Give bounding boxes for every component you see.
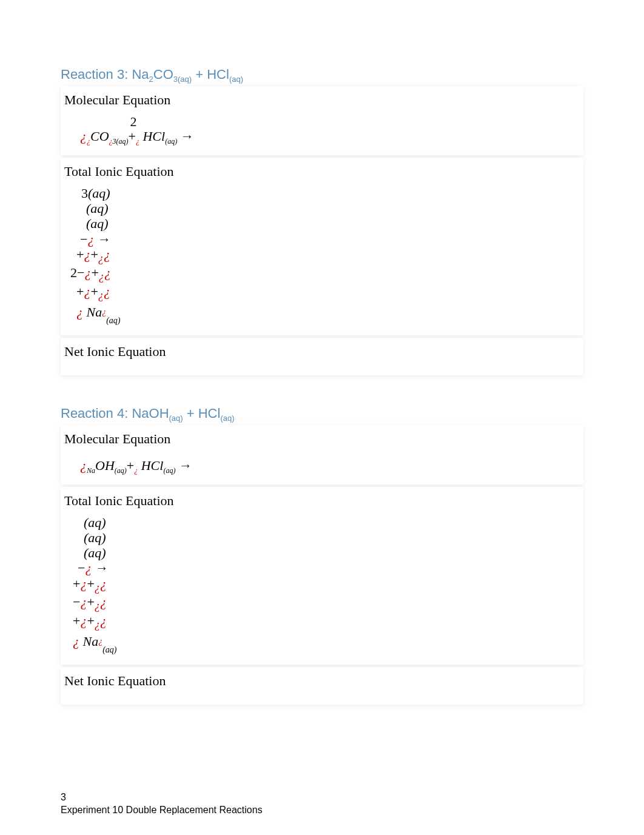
text: (aq) (106, 316, 120, 325)
equation-sub: (aq) (165, 138, 177, 146)
net-ionic-box: Net Ionic Equation (61, 667, 583, 705)
placeholder-glyph: ¿ (98, 289, 104, 301)
reaction-4-block: Reaction 4: NaOH(aq) + HCl(aq) Molecular… (61, 406, 583, 705)
footer-title: Experiment 10 Double Replacement Reactio… (61, 804, 263, 817)
text: + (76, 247, 84, 262)
heading-sub: 2 (149, 75, 153, 84)
heading-text: Reaction 4: NaOH (61, 406, 169, 421)
placeholder-glyph: ¿ (84, 247, 90, 262)
arrow: → (177, 129, 194, 144)
equation-sub: Na (87, 467, 95, 475)
text: (aq) (84, 515, 106, 530)
text: + (91, 265, 98, 280)
arrow: → (175, 458, 192, 473)
text: Na (83, 305, 102, 320)
placeholder-glyph: ¿ (85, 560, 92, 575)
placeholder-glyph: ¿ (80, 576, 87, 591)
placeholder-glyph: ¿ (100, 594, 107, 609)
total-ionic-label: Total Ionic Equation (63, 164, 581, 179)
placeholder-glyph: ¿ (80, 458, 87, 473)
text: (aq) (86, 216, 109, 231)
page-footer: 3 Experiment 10 Double Replacement React… (61, 791, 263, 817)
text: + (87, 576, 94, 591)
molecular-equation-box: Molecular Equation 2 ¿¿CO¿3(aq)+¿ HCl(aq… (61, 86, 583, 155)
text: (aq) (86, 201, 109, 216)
placeholder-glyph: ¿ (104, 265, 111, 280)
net-ionic-label: Net Ionic Equation (63, 673, 581, 689)
heading-text: CO (153, 67, 173, 82)
arrow: → (94, 232, 111, 247)
text: − (78, 560, 85, 575)
placeholder-glyph: ¿ (80, 613, 87, 628)
total-ionic-label: Total Ionic Equation (63, 493, 581, 509)
reaction-3-heading: Reaction 3: Na2CO3(aq) + HCl(aq) (61, 67, 583, 84)
equation-text: HCl (138, 458, 163, 473)
text: + (76, 284, 84, 299)
heading-sub: (aq) (220, 414, 234, 423)
placeholder-glyph: ¿ (80, 594, 87, 609)
reaction-4-heading: Reaction 4: NaOH(aq) + HCl(aq) (61, 406, 583, 423)
placeholder-glyph: ¿ (99, 271, 104, 283)
plus-sign: + (129, 129, 136, 144)
heading-text: + HCl (183, 406, 221, 421)
molecular-label: Molecular Equation (63, 92, 581, 108)
placeholder-glyph: ¿ (84, 284, 90, 299)
placeholder-glyph: ¿ (80, 129, 87, 144)
document-page: Reaction 3: Na2CO3(aq) + HCl(aq) Molecul… (0, 0, 644, 835)
total-ionic-equation: (aq) (aq) (aq) −¿ → +¿+¿¿ −¿+¿¿ +¿+¿¿ ¿ … (63, 515, 581, 655)
heading-sub: (aq) (169, 414, 183, 423)
text: (aq) (84, 530, 106, 545)
placeholder-glyph: ¿ (100, 576, 107, 591)
text: + (90, 247, 98, 262)
text: (aq) (102, 645, 116, 654)
equation-sub: (aq) (115, 467, 127, 475)
text: − (80, 232, 87, 247)
plus-sign: + (127, 458, 134, 473)
total-ionic-box: Total Ionic Equation 3(aq) (aq) (aq) −¿ … (61, 158, 583, 335)
placeholder-glyph: ¿ (84, 265, 91, 280)
equation-text: OH (95, 458, 115, 473)
placeholder-glyph: ¿ (95, 600, 100, 612)
equation-sub: (aq) (163, 467, 175, 475)
heading-sub: (aq) (229, 75, 243, 84)
text: + (87, 594, 94, 609)
text: + (73, 576, 80, 591)
text: 2− (70, 265, 84, 280)
total-ionic-box: Total Ionic Equation (aq) (aq) (aq) −¿ →… (61, 487, 583, 665)
placeholder-glyph: ¿ (95, 619, 100, 631)
molecular-equation: ¿¿CO¿3(aq)+¿ HCl(aq) → (63, 130, 581, 145)
net-ionic-label: Net Ionic Equation (63, 344, 581, 360)
text: Na (79, 634, 98, 649)
placeholder-glyph: ¿ (100, 613, 107, 628)
text: + (73, 613, 80, 628)
placeholder-glyph: ¿ (87, 232, 94, 247)
text: (aq) (88, 186, 110, 201)
placeholder-glyph: ¿ (95, 582, 100, 594)
total-ionic-equation: 3(aq) (aq) (aq) −¿ → +¿+¿¿ 2−¿+¿¿ +¿+¿¿ … (63, 186, 581, 326)
equation-text: HCl (139, 129, 165, 144)
text: + (87, 613, 94, 628)
placeholder-glyph: ¿ (76, 305, 83, 320)
heading-text: Reaction 3: Na (61, 67, 149, 82)
placeholder-glyph: ¿ (73, 634, 79, 649)
equation-text: CO (90, 129, 109, 144)
text: − (73, 594, 80, 609)
equation-sub: 3(aq) (113, 138, 129, 146)
net-ionic-box: Net Ionic Equation (61, 338, 583, 375)
equation-fragment: 2 (127, 114, 139, 130)
heading-text: + HCl (192, 67, 229, 82)
text: (aq) (84, 545, 106, 560)
heading-sub: 3(aq) (173, 75, 192, 84)
placeholder-glyph: ¿ (98, 252, 104, 264)
page-number: 3 (61, 791, 263, 804)
text: 3 (81, 186, 88, 201)
molecular-equation: ¿NaOH(aq)+¿ HCl(aq) → (63, 453, 581, 474)
reaction-3-block: Reaction 3: Na2CO3(aq) + HCl(aq) Molecul… (61, 67, 583, 375)
placeholder-glyph: ¿ (104, 247, 110, 262)
arrow: → (92, 560, 109, 575)
molecular-label: Molecular Equation (63, 431, 581, 447)
molecular-equation-box: Molecular Equation ¿NaOH(aq)+¿ HCl(aq) → (61, 425, 583, 484)
placeholder-glyph: ¿ (104, 284, 110, 299)
text: + (90, 284, 98, 299)
